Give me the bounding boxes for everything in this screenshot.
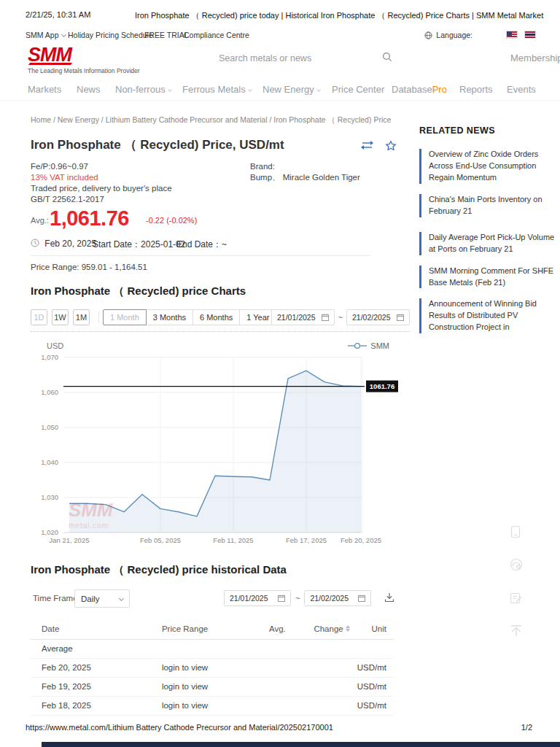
brand-block: Brand: Bump、 Miracle Golden Tiger	[250, 161, 360, 183]
divider	[31, 255, 370, 256]
end-date-value: ~	[222, 239, 227, 249]
bottom-bar	[42, 742, 560, 747]
sort-icon[interactable]	[346, 625, 350, 632]
svg-text:1,050: 1,050	[41, 423, 58, 431]
nav-new-energy[interactable]: New Energy	[262, 84, 320, 95]
news-item[interactable]: Overview of Zinc Oxide Orders Across End…	[419, 149, 560, 184]
chevron-down-icon	[248, 88, 252, 92]
col-change[interactable]: Change	[293, 619, 357, 639]
range-1w-button[interactable]: 1W	[52, 309, 69, 325]
history-date-to[interactable]: 21/02/2025	[304, 590, 371, 606]
chart-canvas[interactable]: 1,0701,0601,0501,0401,0301,020Jan 21, 20…	[31, 336, 400, 551]
news-item[interactable]: Announcement of Winning Bid Results of D…	[419, 298, 560, 333]
news-item[interactable]: Daily Average Port Pick-Up Volume at Por…	[419, 232, 560, 255]
cell-date: Feb 18, 2025	[31, 696, 151, 715]
chevron-down-icon	[119, 596, 124, 601]
compare-icon[interactable]	[361, 140, 373, 155]
svg-text:Feb 11, 2025: Feb 11, 2025	[213, 536, 253, 544]
cell-change	[293, 696, 357, 715]
spec-delivery: Traded price, delivery to buyer's place	[31, 183, 172, 194]
thai-flag-icon[interactable]	[524, 31, 536, 39]
customer-service-icon[interactable]	[509, 557, 524, 572]
cell-price-range	[151, 639, 246, 658]
period-3months-button[interactable]: 3 Months	[147, 309, 193, 325]
end-date-label: End Date：	[176, 239, 222, 249]
download-icon[interactable]	[384, 592, 394, 604]
spec-ratio: Fe/P:0.96~0.97	[31, 161, 172, 172]
compliance-centre-link[interactable]: Compliance Centre	[184, 31, 249, 39]
news-item[interactable]: SMM Morning Comment For SHFE Base Metals…	[419, 266, 560, 289]
divider	[98, 311, 99, 323]
history-controls: Time Frame: Daily 21/01/2025 ~ 21/02/202…	[33, 589, 560, 608]
favorite-star-icon[interactable]	[385, 140, 397, 155]
timeframe-select[interactable]: Daily	[74, 589, 130, 608]
price-date-row: Feb 20, 2025 Start Date：2025-01-02 End D…	[31, 239, 96, 249]
search-icon[interactable]	[382, 52, 392, 65]
timeframe-label: Time Frame:	[33, 594, 80, 603]
cell-price-range[interactable]: login to view	[151, 677, 246, 696]
membership-link[interactable]: Membership	[510, 53, 560, 63]
price-range: Price Range: 959.01 - 1,164.51	[31, 263, 147, 271]
chart-date-to[interactable]: 21/02/2025	[346, 309, 410, 325]
search-input[interactable]	[219, 53, 372, 63]
app-qr-icon[interactable]	[509, 525, 522, 538]
price-chart[interactable]: USD SMM 1,0701,0601,0501,0401,0301,020Ja…	[31, 336, 400, 551]
period-6months-button[interactable]: 6 Months	[193, 309, 240, 325]
related-news-title: RELATED NEWS	[419, 125, 560, 136]
product-specs: Fe/P:0.96~0.97 13% VAT included Traded p…	[31, 161, 172, 205]
search-bar[interactable]	[219, 51, 394, 66]
period-1month-button[interactable]: 1 Month	[103, 309, 147, 325]
floating-toolbar	[509, 525, 526, 638]
news-item[interactable]: China's Main Ports Inventory on February…	[419, 194, 560, 217]
cell-change	[293, 639, 357, 658]
cell-date: Feb 20, 2025	[31, 658, 151, 677]
date-separator: ~	[338, 313, 343, 322]
nav-price-center[interactable]: Price Center	[332, 84, 384, 95]
nav-markets[interactable]: Markets	[28, 84, 61, 95]
range-1m-button[interactable]: 1M	[73, 309, 90, 325]
svg-text:1,020: 1,020	[41, 528, 58, 536]
chart-date-from[interactable]: 21/01/2025	[271, 309, 335, 325]
language-selector[interactable]: Language:	[424, 31, 472, 39]
nav-non-ferrous[interactable]: Non-ferrous	[115, 84, 171, 95]
chevron-down-icon	[168, 88, 172, 92]
table-row: Feb 18, 2025 login to view USD/mt	[31, 696, 394, 715]
dotted-divider	[31, 331, 410, 332]
footer-url: https://www.metal.com/Lithium Battery Ca…	[26, 723, 333, 732]
date-separator: ~	[295, 594, 300, 603]
table-row: Feb 20, 2025 login to view USD/mt	[31, 658, 394, 677]
col-date: Date	[31, 619, 151, 639]
nav-ferrous-metals[interactable]: Ferrous Metals	[182, 84, 252, 95]
brand-label: Brand:	[250, 161, 360, 172]
cell-price-range[interactable]: login to view	[151, 658, 246, 677]
col-avg: Avg.	[246, 619, 293, 639]
smm-app-menu[interactable]: SMM App	[26, 31, 66, 39]
us-flag-icon[interactable]	[506, 31, 518, 39]
nav-database-pro[interactable]: DatabasePro	[392, 84, 447, 95]
logo-swoosh	[28, 63, 72, 65]
range-1d-button[interactable]: 1D	[31, 309, 47, 325]
nav-events[interactable]: Events	[507, 84, 536, 95]
feedback-icon[interactable]	[509, 591, 524, 605]
globe-icon	[424, 31, 432, 39]
price-date: Feb 20, 2025	[44, 239, 96, 249]
calendar-icon	[358, 595, 365, 602]
spec-standard: GB/T 22562.1-2017	[31, 194, 172, 205]
cell-avg	[246, 677, 293, 696]
breadcrumb[interactable]: Home / New Energy / Lithium Battery Cath…	[31, 115, 391, 125]
print-page-title: Iron Phosphate （ Recycled) price today |…	[135, 10, 543, 21]
back-to-top-icon[interactable]	[509, 624, 524, 638]
cell-price-range[interactable]: login to view	[151, 696, 246, 715]
logo-tagline: The Leading Metals Information Provider	[28, 67, 140, 74]
history-date-from[interactable]: 21/01/2025	[224, 590, 291, 606]
nav-reports[interactable]: Reports	[459, 84, 493, 95]
avg-label: Avg.:	[31, 216, 49, 225]
cell-unit: USD/mt	[357, 658, 394, 677]
svg-text:1,030: 1,030	[41, 493, 58, 501]
holiday-pricing-link[interactable]: Holiday Pricing Schedule	[68, 31, 153, 39]
svg-text:Jan 21, 2025: Jan 21, 2025	[50, 536, 90, 544]
print-datetime: 2/21/25, 10:31 AM	[26, 10, 90, 19]
table-header-row: Date Price Range Avg. Change Unit	[31, 619, 394, 639]
nav-news[interactable]: News	[77, 84, 101, 95]
free-trial-link[interactable]: FREE TRIAL	[144, 31, 189, 39]
